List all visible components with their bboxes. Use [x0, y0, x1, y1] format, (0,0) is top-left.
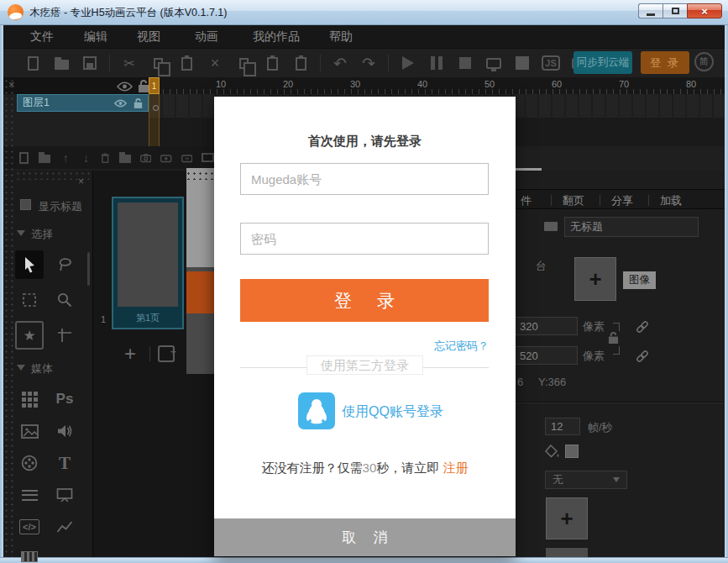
open-file-icon[interactable] — [52, 54, 71, 72]
add-cover-button[interactable]: + — [546, 497, 588, 539]
document-title-input[interactable] — [564, 217, 699, 237]
video-tool[interactable] — [15, 449, 44, 477]
save-icon[interactable] — [81, 54, 99, 72]
fps-input[interactable] — [545, 418, 580, 435]
title-bar[interactable]: 木疙瘩 - 专业H5动画云平台 (版本V0.1.7.1) × — [0, 0, 728, 25]
visibility-column-icon[interactable] — [117, 82, 133, 92]
tools-panel-close-icon[interactable]: × — [78, 176, 84, 187]
add-item-button-partial[interactable] — [546, 548, 588, 557]
tab-event-partial[interactable]: 件 — [521, 193, 532, 208]
account-input[interactable] — [240, 163, 489, 195]
lock-column-icon[interactable] — [138, 79, 149, 93]
menu-animation[interactable]: 动画 — [195, 29, 218, 45]
clipboard-export-icon[interactable] — [291, 54, 310, 72]
stage-object[interactable] — [186, 271, 217, 313]
select-section-arrow-icon[interactable] — [17, 230, 25, 236]
undo-icon[interactable]: ↶ — [331, 54, 349, 72]
text-tool[interactable]: T — [50, 449, 79, 477]
register-link[interactable]: 注册 — [443, 460, 468, 475]
preview-icon[interactable] — [484, 54, 503, 72]
login-button[interactable]: 登 录 — [240, 279, 489, 322]
cancel-button[interactable]: 取 消 — [214, 518, 516, 556]
photoshop-import-tool[interactable]: Ps — [50, 385, 79, 413]
components-tool[interactable] — [15, 385, 44, 413]
language-toggle-icon[interactable]: 简 — [694, 52, 714, 71]
delete-icon[interactable]: × — [206, 54, 224, 72]
minimize-button[interactable] — [638, 3, 663, 18]
keyframe-marker[interactable] — [153, 105, 159, 111]
delete-layer-icon[interactable] — [101, 151, 109, 165]
paste-icon[interactable] — [177, 54, 196, 72]
new-file-icon[interactable] — [24, 54, 42, 72]
menu-help[interactable]: 帮助 — [329, 29, 353, 45]
qrcode-icon[interactable] — [513, 54, 532, 72]
select-tool[interactable] — [15, 250, 44, 279]
menu-view[interactable]: 视图 — [137, 29, 160, 45]
timeline-ruler[interactable]: 10 20 30 40 50 60 70 80 — [149, 77, 724, 94]
audio-tool[interactable] — [50, 417, 79, 445]
move-down-icon[interactable]: ↓ — [81, 150, 92, 166]
tab-share[interactable]: 分享 — [611, 193, 633, 208]
paragraph-tool[interactable] — [15, 481, 44, 509]
close-button[interactable]: × — [687, 3, 722, 18]
add-keyframe-icon[interactable] — [160, 152, 171, 164]
stage-height-input[interactable] — [514, 346, 578, 365]
copy-icon[interactable] — [149, 54, 167, 72]
duplicate-icon[interactable] — [234, 54, 253, 72]
menu-file[interactable]: 文件 — [30, 29, 54, 45]
preview-monitor-icon[interactable] — [202, 150, 214, 166]
menu-my-works[interactable]: 我的作品 — [253, 29, 300, 45]
playhead[interactable]: 1 — [149, 77, 160, 94]
menu-edit[interactable]: 编辑 — [84, 29, 107, 45]
filmstrip-tool[interactable] — [15, 542, 44, 563]
tools-scrollbar[interactable] — [87, 252, 90, 286]
page-thumbnail[interactable]: 第1页 — [112, 197, 184, 329]
chart-tool[interactable] — [50, 513, 79, 541]
height-link-icon[interactable] — [635, 349, 650, 364]
play-icon[interactable] — [399, 54, 417, 72]
remove-keyframe-icon[interactable] — [181, 152, 192, 164]
media-section-arrow-icon[interactable] — [17, 365, 25, 371]
cut-icon[interactable]: ✂ — [120, 54, 139, 72]
add-layer-icon[interactable] — [18, 150, 29, 166]
qq-login-link[interactable]: 使用QQ账号登录 — [342, 403, 443, 421]
zoom-tool[interactable] — [50, 286, 79, 314]
group-icon[interactable] — [119, 150, 131, 166]
layer-folder-icon[interactable] — [39, 150, 50, 166]
stage-width-input[interactable] — [514, 317, 578, 335]
forgot-password-link[interactable]: 忘记密码？ — [434, 339, 489, 354]
clipboard-import-icon[interactable] — [263, 54, 281, 72]
add-page-template-button[interactable] — [158, 345, 175, 362]
lasso-tool[interactable] — [50, 250, 79, 279]
width-link-icon[interactable] — [635, 319, 650, 334]
layer-visibility-icon[interactable] — [114, 99, 127, 108]
aspect-lock-icon[interactable] — [608, 331, 619, 345]
symbol-tool[interactable]: ★ — [15, 321, 44, 350]
add-page-button[interactable]: + — [119, 343, 141, 365]
stop-icon[interactable] — [456, 54, 474, 72]
qq-icon[interactable] — [298, 392, 335, 429]
code-tool[interactable]: </> — [15, 513, 44, 541]
js-icon[interactable]: JS — [542, 54, 560, 72]
password-input[interactable] — [240, 223, 489, 255]
layer-row[interactable]: 图层1 — [17, 94, 149, 112]
move-up-icon[interactable]: ↑ — [60, 150, 71, 166]
effect-dropdown[interactable]: 无 — [545, 471, 627, 489]
tab-flip[interactable]: 翻页 — [563, 193, 584, 208]
redo-icon[interactable]: ↷ — [359, 54, 378, 72]
toolbar-login-button[interactable]: 登 录 — [641, 51, 689, 74]
tab-load[interactable]: 加载 — [660, 193, 682, 208]
add-stage-image-button[interactable]: + — [574, 257, 616, 301]
show-title-checkbox[interactable] — [20, 199, 31, 210]
snapshot-icon[interactable] — [140, 152, 151, 164]
layer-lock-icon[interactable] — [134, 97, 143, 109]
presentation-tool[interactable] — [50, 481, 79, 509]
image-tool[interactable] — [15, 417, 44, 445]
sync-to-cloud-button[interactable]: 同步到云端 — [573, 51, 632, 74]
transform-tool[interactable] — [15, 286, 44, 314]
paint-bucket-icon[interactable] — [544, 444, 560, 459]
pause-icon[interactable] — [427, 54, 446, 72]
guides-tool[interactable] — [50, 321, 79, 350]
background-color-swatch[interactable] — [565, 445, 579, 458]
maximize-button[interactable] — [663, 3, 687, 18]
